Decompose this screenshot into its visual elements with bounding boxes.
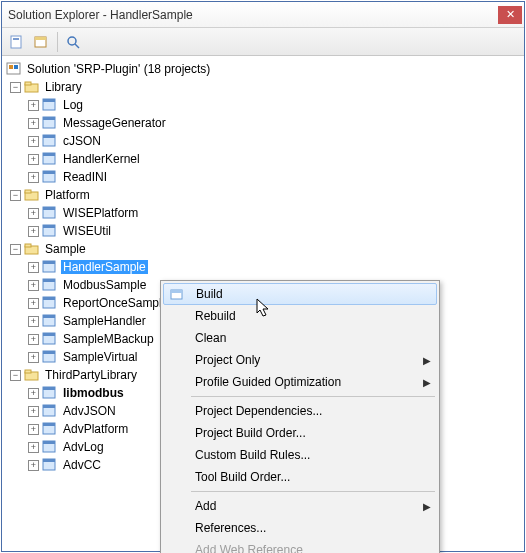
expand-icon[interactable]: + [28,298,39,309]
svg-rect-22 [25,190,31,193]
project-label: SampleMBackup [61,332,156,346]
expand-icon[interactable]: + [28,388,39,399]
project-log[interactable]: +Log [4,96,522,114]
project-label: ModbusSample [61,278,148,292]
project-label: AdvLog [61,440,106,454]
collapse-icon[interactable]: − [10,190,21,201]
project-icon [42,98,58,112]
expand-icon[interactable]: + [28,136,39,147]
project-readini[interactable]: +ReadINI [4,168,522,186]
svg-rect-54 [171,290,182,293]
expand-icon[interactable]: + [28,424,39,435]
expand-icon[interactable]: + [28,442,39,453]
folder-icon [24,188,40,202]
collapse-icon[interactable]: − [10,370,21,381]
svg-rect-24 [43,207,55,210]
menu-label: Build [190,287,418,301]
project-messagegenerator[interactable]: +MessageGenerator [4,114,522,132]
project-label: HandlerKernel [61,152,142,166]
expand-icon[interactable]: + [28,352,39,363]
folder-sample[interactable]: −Sample [4,240,522,258]
expand-icon[interactable]: + [28,118,39,129]
solution-label: Solution 'SRP-Plugin' (18 projects) [25,62,212,76]
solution-node[interactable]: Solution 'SRP-Plugin' (18 projects) [4,60,522,78]
folder-icon [24,80,40,94]
toolbar-properties-icon[interactable] [6,31,28,53]
window-title: Solution Explorer - HandlerSample [8,8,498,22]
menu-rebuild[interactable]: Rebuild [163,305,437,327]
menu-label: Add [189,499,419,513]
svg-point-4 [68,37,76,45]
svg-rect-42 [25,370,31,373]
toolbar-viewcode-icon[interactable] [63,31,85,53]
folder-platform[interactable]: −Platform [4,186,522,204]
project-label: ReportOnceSample [61,296,170,310]
project-icon [42,386,58,400]
svg-rect-34 [43,297,55,300]
project-cjson[interactable]: +cJSON [4,132,522,150]
menu-custom-rules[interactable]: Custom Build Rules... [163,444,437,466]
project-handlerkernel[interactable]: +HandlerKernel [4,150,522,168]
svg-rect-16 [43,135,55,138]
svg-rect-52 [43,459,55,462]
expand-icon[interactable]: + [28,172,39,183]
menu-label: Project Only [189,353,419,367]
project-icon [42,332,58,346]
svg-rect-8 [14,65,18,69]
menu-label: Rebuild [189,309,419,323]
expand-icon[interactable]: + [28,226,39,237]
project-icon [42,170,58,184]
project-wiseutil[interactable]: +WISEUtil [4,222,522,240]
collapse-icon[interactable]: − [10,244,21,255]
collapse-icon[interactable]: − [10,82,21,93]
project-label: Log [61,98,85,112]
expand-icon[interactable]: + [28,262,39,273]
svg-rect-48 [43,423,55,426]
build-icon [164,284,190,304]
project-label: libmodbus [61,386,126,400]
folder-label: Library [43,80,84,94]
menu-label: Project Build Order... [189,426,419,440]
svg-rect-28 [25,244,31,247]
menu-separator [191,396,435,397]
expand-icon[interactable]: + [28,316,39,327]
expand-icon[interactable]: + [28,406,39,417]
project-icon [42,278,58,292]
menu-label: Tool Build Order... [189,470,419,484]
folder-label: Platform [43,188,92,202]
project-handlersample[interactable]: +HandlerSample [4,258,522,276]
expand-icon[interactable]: + [28,100,39,111]
project-label: SampleVirtual [61,350,139,364]
menu-references[interactable]: References... [163,517,437,539]
menu-pgo[interactable]: Profile Guided Optimization▶ [163,371,437,393]
expand-icon[interactable]: + [28,460,39,471]
expand-icon[interactable]: + [28,280,39,291]
svg-line-5 [75,44,79,48]
project-wiseplatform[interactable]: +WISEPlatform [4,204,522,222]
menu-dependencies[interactable]: Project Dependencies... [163,400,437,422]
menu-add[interactable]: Add▶ [163,495,437,517]
project-icon [42,296,58,310]
folder-library[interactable]: − Library [4,78,522,96]
svg-rect-20 [43,171,55,174]
toolbar-showall-icon[interactable] [30,31,52,53]
svg-rect-14 [43,117,55,120]
menu-build-order[interactable]: Project Build Order... [163,422,437,444]
menu-build[interactable]: Build [163,283,437,305]
menu-clean[interactable]: Clean [163,327,437,349]
svg-rect-0 [11,36,21,48]
menu-project-only[interactable]: Project Only▶ [163,349,437,371]
menu-tool-order[interactable]: Tool Build Order... [163,466,437,488]
menu-label: References... [189,521,419,535]
svg-rect-38 [43,333,55,336]
project-label: WISEPlatform [61,206,140,220]
svg-rect-36 [43,315,55,318]
expand-icon[interactable]: + [28,334,39,345]
project-icon [42,422,58,436]
project-label-selected: HandlerSample [61,260,148,274]
expand-icon[interactable]: + [28,154,39,165]
svg-rect-40 [43,351,55,354]
close-button[interactable]: ✕ [498,6,522,24]
expand-icon[interactable]: + [28,208,39,219]
project-label: WISEUtil [61,224,113,238]
